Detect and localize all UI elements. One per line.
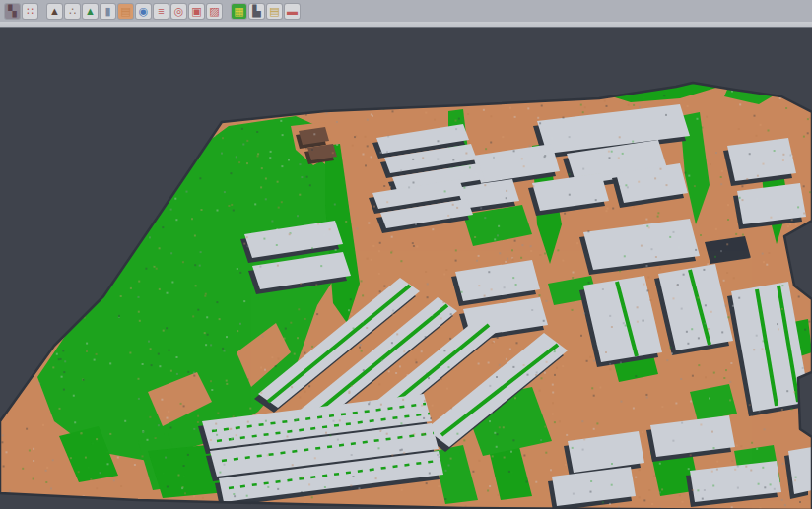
point-noise <box>413 182 415 184</box>
point-noise <box>467 113 469 115</box>
clip-boundary-icon[interactable]: ▤ <box>267 4 282 19</box>
point-noise <box>489 420 491 422</box>
crop-region-icon[interactable]: ▣ <box>189 4 204 19</box>
point-noise <box>422 157 424 159</box>
point-noise <box>241 128 243 130</box>
point-noise <box>750 470 752 472</box>
point-noise <box>802 94 804 95</box>
point-noise <box>167 417 169 419</box>
toolbar-group-spacer <box>222 4 229 19</box>
point-noise <box>187 371 189 373</box>
point-noise <box>715 228 717 230</box>
point-noise <box>514 116 516 118</box>
point-noise <box>619 136 621 138</box>
point-noise <box>597 344 599 346</box>
point-noise <box>326 143 328 145</box>
attribute-table-icon[interactable]: ≡ <box>154 4 169 19</box>
point-noise <box>544 156 546 158</box>
point-noise <box>104 502 106 504</box>
point-noise <box>609 315 611 317</box>
point-noise <box>488 362 490 364</box>
point-noise <box>491 219 493 221</box>
point-noise <box>261 167 263 169</box>
select-polygon-icon[interactable]: ▨ <box>207 4 222 19</box>
point-noise <box>756 335 758 337</box>
point-noise <box>508 317 509 319</box>
point-noise <box>803 136 805 138</box>
point-noise <box>230 428 232 430</box>
point-noise <box>586 360 588 362</box>
point-noise <box>381 359 383 361</box>
point-noise <box>711 471 713 473</box>
point-noise <box>86 350 88 352</box>
ground-points-icon[interactable]: ∴ <box>65 4 80 19</box>
point-noise <box>81 432 83 434</box>
point-noise <box>335 249 337 251</box>
point-noise <box>323 88 325 90</box>
point-noise <box>38 119 40 121</box>
point-noise <box>492 342 494 344</box>
point-noise <box>759 411 761 413</box>
point-noise <box>292 464 294 466</box>
target-circle-icon[interactable]: ◎ <box>171 4 186 19</box>
point-noise <box>438 140 440 142</box>
classification-palette-icon[interactable]: ▦ <box>232 4 246 19</box>
point-noise <box>42 201 44 203</box>
point-noise <box>170 427 172 429</box>
point-noise <box>222 137 224 139</box>
point-noise <box>281 201 283 203</box>
point-noise <box>404 222 406 223</box>
terrain-mountain-icon[interactable]: ▲ <box>47 4 62 19</box>
buildings-model-icon[interactable]: ▙ <box>249 4 264 19</box>
point-noise <box>270 151 272 153</box>
point-noise <box>633 206 635 208</box>
point-noise <box>545 300 547 302</box>
profile-view-icon[interactable]: ▮ <box>101 4 115 19</box>
point-noise <box>226 380 228 382</box>
point-noise <box>378 383 380 385</box>
point-noise <box>96 353 98 355</box>
point-noise <box>711 431 713 433</box>
point-noise <box>712 485 714 487</box>
point-noise <box>95 141 97 143</box>
point-noise <box>573 493 575 495</box>
point-noise <box>210 439 212 441</box>
point-noise <box>379 242 381 244</box>
point-noise <box>197 309 199 311</box>
point-noise <box>79 129 81 131</box>
globe-icon[interactable]: ◉ <box>136 4 151 19</box>
point-noise <box>807 409 809 411</box>
point-noise <box>633 408 635 410</box>
point-noise <box>231 204 233 206</box>
point-noise <box>46 467 48 469</box>
classify-points-icon[interactable]: ∷ <box>23 4 37 19</box>
point-noise <box>367 119 369 121</box>
point-noise <box>450 218 452 220</box>
point-noise <box>163 330 165 332</box>
point-noise <box>692 375 694 377</box>
point-noise <box>707 470 709 472</box>
point-noise <box>391 454 393 456</box>
point-noise <box>95 102 97 104</box>
point-noise <box>256 131 258 133</box>
point-noise <box>782 159 784 161</box>
point-noise <box>13 506 15 508</box>
point-noise <box>45 481 47 483</box>
point-noise <box>609 363 611 365</box>
dem-raster-icon: ▤ <box>120 4 130 19</box>
dem-raster-icon[interactable]: ▤ <box>118 4 133 19</box>
point-noise <box>400 422 402 424</box>
point-noise <box>58 150 60 152</box>
point-noise <box>134 464 136 466</box>
tin-surface-icon[interactable]: ▲ <box>83 4 98 19</box>
delete-selection-icon[interactable]: ▬ <box>285 4 300 19</box>
point-noise <box>539 254 541 256</box>
viewport-3d[interactable] <box>0 28 812 509</box>
point-noise <box>217 103 219 105</box>
point-noise <box>593 428 595 430</box>
point-noise <box>60 114 62 116</box>
point-noise <box>85 457 87 459</box>
point-noise <box>521 244 523 246</box>
point-noise <box>351 454 353 456</box>
layers-cube-icon[interactable]: ▚ <box>5 4 20 19</box>
